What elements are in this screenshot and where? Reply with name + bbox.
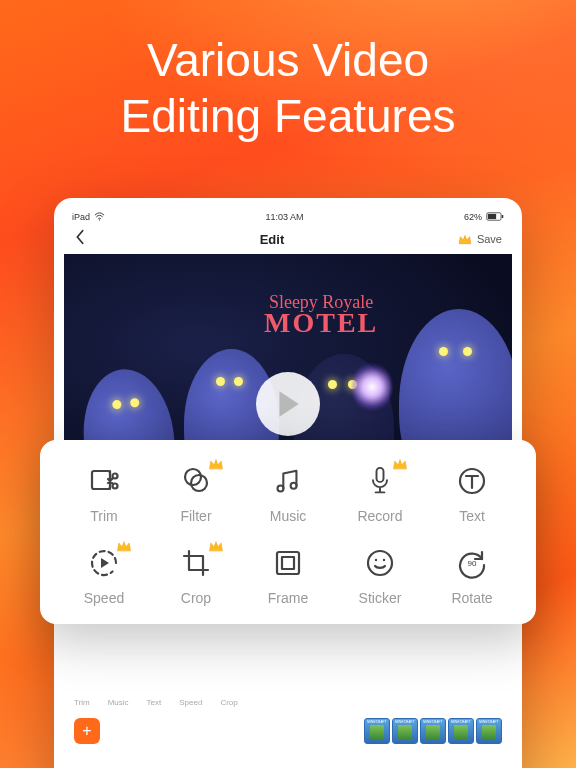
clip-thumb[interactable]: MINECRAFT <box>392 718 418 744</box>
tool-trim[interactable]: Trim <box>58 462 150 524</box>
headline: Various Video Editing Features <box>0 32 576 144</box>
trim-icon <box>85 462 123 500</box>
battery-pct: 62% <box>464 212 482 222</box>
tool-sticker[interactable]: Sticker <box>334 544 426 606</box>
clip-thumb[interactable]: MINECRAFT <box>476 718 502 744</box>
battery-icon <box>486 212 504 223</box>
save-label: Save <box>477 233 502 245</box>
clock: 11:03 AM <box>265 212 303 222</box>
svg-text:90: 90 <box>468 559 477 568</box>
svg-rect-11 <box>377 468 384 482</box>
tool-speed[interactable]: Speed <box>58 544 150 606</box>
tool-record[interactable]: Record <box>334 462 426 524</box>
headline-line-2: Editing Features <box>0 88 576 144</box>
purple-flame <box>352 362 392 412</box>
mini-tab-speed[interactable]: Speed <box>179 698 202 707</box>
motel-sign: Sleepy Royale MOTEL <box>264 294 378 335</box>
status-bar: iPad 11:03 AM 62% <box>64 208 512 224</box>
svg-rect-13 <box>277 552 299 574</box>
mini-tab-crop[interactable]: Crop <box>220 698 237 707</box>
mini-toolbar: Trim Music Text Speed Crop <box>64 694 512 715</box>
tool-label: Sticker <box>359 590 402 606</box>
tool-label: Music <box>270 508 307 524</box>
tool-label: Frame <box>268 590 308 606</box>
sticker-icon <box>361 544 399 582</box>
text-icon <box>453 462 491 500</box>
tool-label: Record <box>357 508 402 524</box>
tool-rotate[interactable]: 90 Rotate <box>426 544 518 606</box>
crown-icon <box>458 233 472 245</box>
tool-label: Rotate <box>451 590 492 606</box>
tool-music[interactable]: Music <box>242 462 334 524</box>
premium-badge-icon <box>208 456 224 474</box>
promo-background: Various Video Editing Features iPad 11:0… <box>0 0 576 768</box>
tool-filter[interactable]: Filter <box>150 462 242 524</box>
premium-badge-icon <box>208 538 224 556</box>
play-icon <box>275 389 301 419</box>
frame-icon <box>269 544 307 582</box>
clip-thumb[interactable]: MINECRAFT <box>420 718 446 744</box>
tool-label: Trim <box>90 508 117 524</box>
clip-thumb[interactable]: MINECRAFT <box>448 718 474 744</box>
mini-tabs: Trim Music Text Speed Crop <box>74 694 502 715</box>
tool-label: Speed <box>84 590 124 606</box>
timeline: + MINECRAFT MINECRAFT MINECRAFT MINECRAF… <box>64 718 512 768</box>
svg-rect-14 <box>282 557 294 569</box>
mini-tab-trim[interactable]: Trim <box>74 698 90 707</box>
nav-bar: Edit Save <box>64 224 512 254</box>
svg-point-15 <box>368 551 392 575</box>
tools-grid: Trim Filter Music Record <box>58 462 518 606</box>
tool-frame[interactable]: Frame <box>242 544 334 606</box>
svg-point-10 <box>291 483 297 489</box>
tool-crop[interactable]: Crop <box>150 544 242 606</box>
wifi-icon <box>94 212 105 223</box>
premium-badge-icon <box>116 538 132 556</box>
timeline-times: 00:00 01:24 <box>74 752 502 768</box>
svg-rect-4 <box>92 471 110 489</box>
svg-point-16 <box>375 559 377 561</box>
svg-point-0 <box>99 219 100 220</box>
premium-badge-icon <box>392 456 408 474</box>
play-button[interactable] <box>256 372 320 436</box>
clip-strip[interactable]: MINECRAFT MINECRAFT MINECRAFT MINECRAFT … <box>364 718 502 744</box>
mini-tab-music[interactable]: Music <box>108 698 129 707</box>
add-clip-button[interactable]: + <box>74 718 100 744</box>
music-icon <box>269 462 307 500</box>
tool-label: Filter <box>180 508 211 524</box>
tool-label: Text <box>459 508 485 524</box>
back-button[interactable] <box>74 229 86 249</box>
svg-point-17 <box>383 559 385 561</box>
clip-thumb[interactable]: MINECRAFT <box>364 718 390 744</box>
device-label: iPad <box>72 212 90 222</box>
headline-line-1: Various Video <box>0 32 576 88</box>
tool-label: Crop <box>181 590 211 606</box>
tools-panel: Trim Filter Music Record <box>40 440 536 624</box>
svg-point-9 <box>278 486 284 492</box>
svg-rect-3 <box>502 215 504 218</box>
svg-rect-2 <box>488 213 496 218</box>
mini-tab-text[interactable]: Text <box>147 698 162 707</box>
rotate-icon: 90 <box>453 544 491 582</box>
save-button[interactable]: Save <box>458 233 502 245</box>
tool-text[interactable]: Text <box>426 462 518 524</box>
motel-line-2: MOTEL <box>264 310 378 335</box>
page-title: Edit <box>260 232 285 247</box>
